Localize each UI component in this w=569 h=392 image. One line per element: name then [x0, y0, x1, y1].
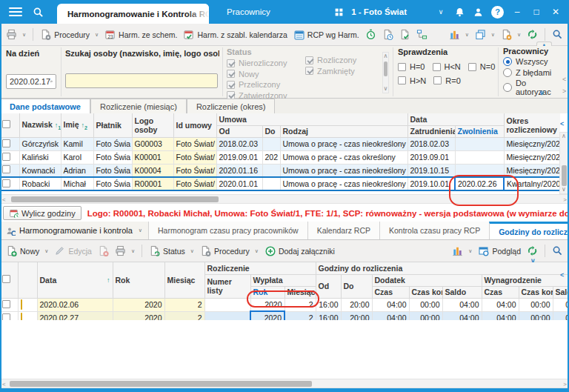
edycja-button[interactable]: Edycja [51, 243, 95, 259]
row-checkbox[interactable] [0, 298, 18, 311]
collapse-grid-chevron-left-icon[interactable]: < [560, 120, 564, 127]
check-r0[interactable]: R=0 [433, 76, 461, 85]
refresh-button[interactable] [524, 27, 541, 42]
row-checkbox[interactable] [0, 164, 19, 177]
col-dodatek-saldo[interactable]: Saldo [442, 286, 482, 298]
delete-button[interactable] [95, 243, 112, 259]
col-group-wyplata[interactable]: Wypłata [250, 274, 316, 286]
zwolnienia-focused-cell[interactable]: 2020.02.26 [455, 177, 504, 190]
tab-rozliczenie-miesiac[interactable]: Rozliczenie (miesiąc) [90, 99, 187, 113]
wylicz-godziny-button[interactable]: Wylicz godziny [3, 206, 81, 220]
cascade-windows-button[interactable]: ∨ [472, 27, 498, 42]
col-dodatek-czas-kor[interactable]: Czas kor. [409, 286, 442, 298]
check-n0[interactable]: N=0 [468, 62, 496, 71]
status-nierozliczony[interactable]: Nierozliczony [227, 59, 287, 67]
col-wyn-saldo[interactable]: Saldo [553, 286, 569, 298]
col-umowa-do[interactable]: Do [262, 125, 280, 137]
scroll-left-chevron-icon[interactable]: < [562, 76, 566, 83]
company-selector[interactable]: 1 - Foto Świat [351, 7, 407, 16]
select-all-header[interactable] [0, 262, 18, 298]
chart-view-button[interactable]: ∨ [449, 243, 475, 259]
col-numer-listy[interactable]: Numer listy [204, 274, 250, 298]
workspace-selector[interactable]: Harmonogramowanie i kontrola∨ [0, 222, 148, 239]
status-rozliczony[interactable]: Rozliczony [305, 56, 356, 64]
tab-rozliczenie-okres[interactable]: Rozliczenie (okres) [187, 99, 276, 113]
col-group-rozliczenie[interactable]: Rozliczenie [204, 262, 316, 274]
tab-kalendarz-rcp[interactable]: Kalendarz RCP [307, 222, 379, 239]
table-row-selected[interactable]: 2020.02.27 2020 2 2020 2 16:00 20:00 04:… [0, 311, 569, 320]
col-dodatek-czas[interactable]: Czas [372, 286, 409, 298]
row-checkbox[interactable] [0, 177, 19, 190]
status-przeliczony[interactable]: Przeliczony [227, 80, 287, 89]
col-wyplata-miesiac[interactable]: Miesiąc [284, 286, 316, 298]
lower-horizontal-scrollbar[interactable]: < > [0, 379, 569, 388]
tab-kontrola-czasu-pracy[interactable]: Kontrola czasu pracy RCP [379, 222, 489, 239]
stopwatch-icon[interactable] [362, 27, 379, 42]
harm-ze-schem-button[interactable]: 23 Harm. ze schem. [102, 27, 180, 42]
procedury-button[interactable]: Procedury∨ [37, 27, 102, 42]
date-input[interactable]: 2020.02.17 [6, 74, 56, 89]
nowy-button[interactable]: Nowy∨ [3, 243, 51, 259]
col-od[interactable]: Od [316, 274, 341, 298]
col-indicator[interactable] [18, 262, 37, 298]
print-button[interactable]: ∨ [3, 27, 29, 42]
col-wyplata-rok[interactable]: Rok [250, 286, 284, 298]
podglad-button[interactable]: Podgląd [475, 243, 524, 259]
org-structure-icon[interactable] [413, 27, 430, 42]
row-checkbox[interactable] [0, 311, 18, 320]
col-group-godziny[interactable]: Godziny do rozliczenia [316, 262, 569, 274]
col-group-umowa[interactable]: Umowa [216, 113, 407, 125]
table-row[interactable]: 2020.02.06 2020 2 2020 2 16:00 20:00 04:… [0, 298, 569, 311]
search-records-button[interactable] [549, 243, 566, 259]
table-row[interactable]: GórczyńskKamilFoto Świa G00003Foto Świat… [0, 137, 560, 150]
procedury-button[interactable]: Procedury∨ [197, 243, 262, 259]
help-icon[interactable]: ? [491, 6, 504, 19]
check-h0[interactable]: H=0 [398, 62, 425, 71]
status-scrollbar[interactable]: ∧ ∨ [382, 52, 389, 93]
user-icon[interactable] [473, 7, 484, 18]
table-row[interactable]: KownackiAdrianFoto Świa K00004Foto Świat… [0, 164, 560, 177]
document-check-icon[interactable] [396, 27, 413, 42]
maximize-button[interactable]: □ [530, 7, 542, 17]
col-platnik[interactable]: Płatnik [93, 113, 132, 137]
col-rodzaj[interactable]: Rodzaj [280, 125, 407, 137]
col-imie[interactable]: Imię ↑2 [61, 113, 93, 137]
status-zamkniety[interactable]: Zamknięty [305, 67, 356, 76]
company-chevron-down-icon[interactable]: ∨ [435, 8, 447, 16]
radio-wszyscy[interactable]: Wszyscy [503, 57, 562, 66]
col-group-dodatek[interactable]: Dodatek [372, 274, 482, 286]
tab-harmonogram-czasu-pracy[interactable]: Harmonogram czasu pracy pracowników [148, 222, 307, 239]
collapse-grid-chevron-left-icon[interactable]: < [560, 271, 564, 279]
select-all-header[interactable] [0, 113, 19, 137]
col-zwolnienia[interactable]: Zwolnienia [455, 125, 504, 137]
rcp-wg-harm-button[interactable]: RCP wg Harm. [290, 27, 362, 42]
col-rok[interactable]: Rok [113, 262, 164, 298]
expand-chevron-down-icon[interactable]: ∨ [539, 89, 545, 96]
upper-horizontal-scrollbar[interactable]: < > [0, 194, 569, 204]
col-okres[interactable]: Okres rozliczeniowy [504, 113, 560, 137]
col-id-umowy[interactable]: Id umowy [173, 113, 216, 137]
row-checkbox[interactable] [0, 137, 19, 150]
search-icon[interactable] [33, 7, 44, 18]
col-logo-osoby[interactable]: Logo osoby [132, 113, 173, 137]
col-zatrudnienia[interactable]: Zatrudnienia [407, 125, 455, 137]
table-row-selected[interactable]: RobackiMichałFoto Świa R00001Foto Świat/… [0, 177, 560, 190]
settings-document-button[interactable]: ∨ [498, 27, 524, 42]
col-wyn-czas[interactable]: Czas [482, 286, 519, 298]
col-wyn-czas-kor[interactable]: Czas kor. [519, 286, 553, 298]
wyplata-rok-focused-cell[interactable]: 2020 [250, 311, 284, 320]
status-nowy[interactable]: Nowy [227, 70, 287, 79]
close-button[interactable]: ✕ [550, 7, 562, 17]
search-person-input[interactable] [65, 73, 218, 88]
chart-view-button[interactable]: ∨ [446, 27, 472, 42]
harm-z-szabl-button[interactable]: Harm. z szabl. kalendarza [180, 27, 290, 42]
col-miesiac[interactable]: Miesiąc [164, 262, 204, 298]
status-button[interactable]: Status∨ [146, 243, 197, 259]
hamburger-menu-icon[interactable] [9, 7, 22, 16]
scroll-right-chevron-icon[interactable]: > [562, 87, 566, 95]
tab-harmonogramowanie[interactable]: Harmonogramowanie i Kontrola RCP [57, 4, 209, 24]
minimize-button[interactable]: – [511, 7, 523, 17]
table-row[interactable]: KalińskiKarolFoto Świa K00001Foto Świat/… [0, 150, 560, 164]
col-umowa-od[interactable]: Od [216, 125, 262, 137]
check-hgn[interactable]: H>N [398, 76, 426, 85]
